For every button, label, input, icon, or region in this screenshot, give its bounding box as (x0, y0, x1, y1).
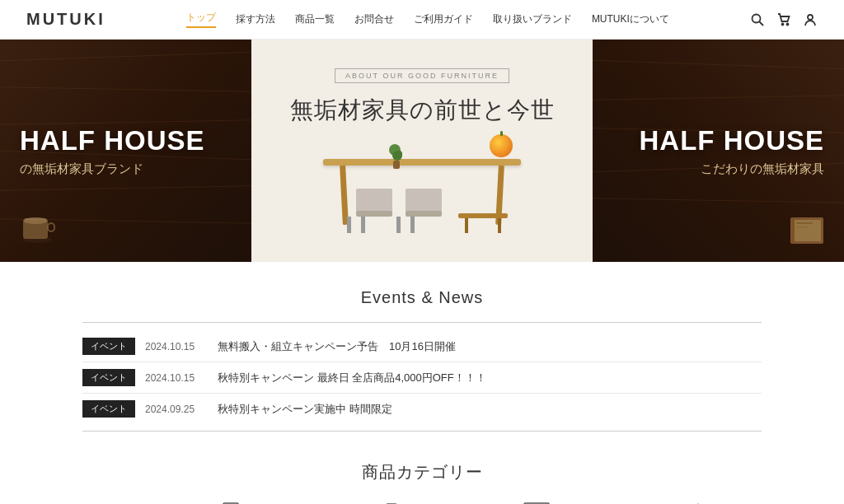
hero-left-title: HALF HOUSE の無垢材家具ブランド (20, 125, 205, 177)
svg-rect-8 (48, 223, 54, 231)
events-bottom-divider (82, 431, 762, 432)
hero-right-title: HALF HOUSE こだわりの無垢材家具 (640, 125, 825, 177)
nav-contact[interactable]: お問合せ (354, 12, 394, 26)
cat-tv-stand[interactable]: テレビ台 (423, 498, 498, 504)
event-badge-1: イベント (82, 338, 135, 355)
event-row-1[interactable]: イベント 2024.10.15 無料搬入・組立キャンペーン予告 10月16日開催 (82, 331, 762, 362)
event-badge-2: イベント (82, 369, 135, 386)
cat-table-desk[interactable]: テーブル・机 (346, 498, 421, 504)
cat-low-table[interactable]: ローテーブル (270, 498, 345, 504)
hero-left-panel: HALF HOUSE の無垢材家具ブランド (0, 40, 251, 262)
svg-point-3 (786, 23, 788, 25)
cat-sofabed[interactable]: ソファベッド (118, 498, 193, 504)
nav-products[interactable]: 商品一覧 (295, 12, 335, 26)
event-row-3[interactable]: イベント 2024.09.25 秋特別キャンペーン実施中 時間限定 (82, 394, 762, 424)
cat-dining-table[interactable]: ダイニングテーブル (194, 498, 269, 504)
event-date-3: 2024.09.25 (145, 404, 208, 415)
event-row-2[interactable]: イベント 2024.10.15 秋特別キャンペーン 最終日 全店商品4,000円… (82, 362, 762, 394)
furniture-illustration (307, 142, 537, 233)
svg-point-2 (781, 23, 783, 25)
events-section: Events & News イベント 2024.10.15 無料搬入・組立キャン… (0, 262, 844, 445)
svg-rect-12 (792, 217, 795, 244)
category-grid-row1: ソファ ソファベッド ダイニングテーブル (41, 498, 803, 504)
categories-title: 商品カテゴリー (41, 461, 803, 483)
event-text-3: 秋特別キャンペーン実施中 時間限定 (218, 402, 392, 417)
cat-bed[interactable]: ベッド (575, 498, 650, 504)
event-date-1: 2024.10.15 (145, 341, 208, 352)
nav-top[interactable]: トップ (186, 11, 216, 28)
header-icons (750, 12, 818, 27)
hero-right-big: HALF HOUSE (640, 125, 825, 156)
categories-section: 商品カテゴリー ソファ ソファベッド (0, 445, 844, 504)
event-text-1: 無料搬入・組立キャンペーン予告 10月16日開催 (218, 339, 456, 354)
cat-storage[interactable]: 収納家具 (499, 498, 574, 504)
nav-brands[interactable]: 取り扱いブランド (493, 12, 572, 26)
site-header: MUTUKI トップ 採す方法 商品一覧 お問合せ ご利用ガイド 取り扱いブラン… (0, 0, 844, 40)
cat-2sofa[interactable]: 2人掛ソファ (728, 498, 803, 504)
cat-sofa[interactable]: ソファ (41, 498, 116, 504)
main-nav: トップ 採す方法 商品一覧 お問合せ ご利用ガイド 取り扱いブランド MUTUK… (186, 11, 669, 28)
nav-how[interactable]: 採す方法 (236, 12, 275, 26)
nav-about[interactable]: MUTUKIについて (592, 12, 669, 26)
svg-point-4 (808, 15, 813, 20)
svg-rect-9 (25, 218, 46, 221)
hero-center-label: ABOUT OUR GOOD FURNITURE (335, 68, 509, 83)
search-icon[interactable] (750, 12, 765, 27)
svg-point-0 (752, 14, 760, 22)
cart-icon[interactable] (776, 12, 791, 27)
svg-line-1 (759, 21, 763, 26)
cat-kids[interactable]: 子供家具 (652, 498, 727, 504)
svg-rect-14 (796, 226, 809, 228)
hero-right-panel: HALF HOUSE こだわりの無垢材家具 (593, 40, 844, 262)
hero-section: HALF HOUSE の無垢材家具ブランド ABOUT OUR GOOD FUR… (0, 40, 844, 262)
nav-guide[interactable]: ご利用ガイド (414, 12, 473, 26)
events-top-divider (82, 322, 762, 323)
logo[interactable]: MUTUKI (26, 10, 106, 29)
account-icon[interactable] (803, 12, 818, 27)
event-text-2: 秋特別キャンペーン 最終日 全店商品4,000円OFF！！！ (218, 371, 486, 385)
hero-center-title: 無垢材家具の前世と今世 (290, 95, 555, 126)
event-date-2: 2024.10.15 (145, 372, 208, 384)
hero-left-big: HALF HOUSE (20, 125, 205, 156)
hero-center-panel: ABOUT OUR GOOD FURNITURE 無垢材家具の前世と今世 (251, 40, 593, 262)
event-badge-3: イベント (82, 400, 135, 418)
hero-right-sub: こだわりの無垢材家具 (640, 161, 825, 177)
events-title: Events & News (82, 288, 762, 307)
svg-rect-13 (796, 222, 813, 224)
hero-left-sub: の無垢材家具ブランド (20, 161, 205, 177)
